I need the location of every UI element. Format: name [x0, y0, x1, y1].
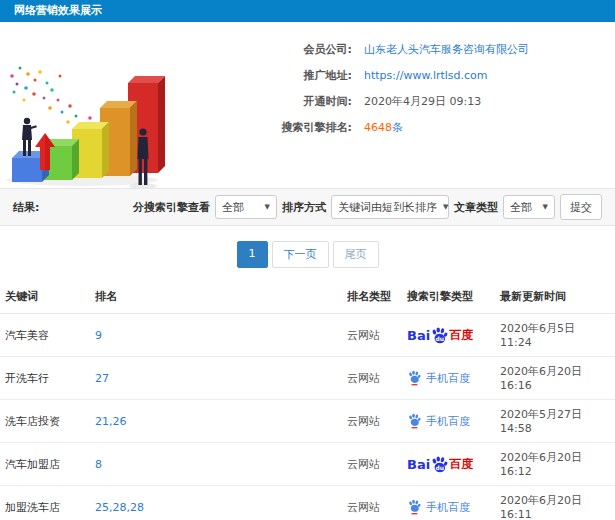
page-title: 网络营销效果展示 — [14, 4, 102, 17]
engine-view-selected: 全部 — [222, 200, 244, 215]
rank-cell[interactable]: 21,26 — [90, 400, 342, 443]
sort-select[interactable]: 关键词由短到长排序 ▼ — [331, 195, 449, 219]
keyword-cell: 开洗车行 — [0, 357, 90, 400]
header-updated: 最新更新时间 — [495, 280, 615, 314]
updated-cell: 2020年6月20日 16:16 — [495, 357, 615, 400]
baidu-logo: Baidu百度 — [407, 456, 490, 473]
engine-view-label: 分搜索引擎查看 — [133, 200, 210, 215]
rank-count-label: 搜索引擎排名: — [180, 120, 352, 135]
last-page-button[interactable]: 尾页 — [333, 241, 379, 268]
rank-cell[interactable]: 9 — [90, 314, 342, 357]
result-label: 结果: — [13, 200, 39, 215]
chevron-down-icon: ▼ — [265, 203, 270, 211]
chevron-down-icon: ▼ — [543, 203, 548, 211]
info-row-rank-count: 搜索引擎排名: 4648条 — [180, 114, 615, 140]
engine-cell: Baidu百度 — [402, 443, 495, 486]
info-row-company: 会员公司: 山东老人头汽车服务咨询有限公司 — [180, 36, 615, 62]
chevron-down-icon: ▼ — [443, 203, 448, 211]
rank-cell[interactable]: 25,28,28 — [90, 486, 342, 520]
promotion-url-label: 推广地址: — [180, 68, 352, 83]
engine-cell: 手机百度 — [402, 400, 495, 443]
page: 网络营销效果展示 — [0, 0, 615, 520]
header-bar: 网络营销效果展示 — [0, 0, 615, 22]
rank-type-cell: 云网站 — [342, 443, 402, 486]
table-row: 加盟洗车店 25,28,28 云网站 手机百度 2020年6月20日 16:11 — [0, 486, 615, 520]
updated-cell: 2020年5月27日 14:58 — [495, 400, 615, 443]
rank-type-cell: 云网站 — [342, 357, 402, 400]
engine-cell: 手机百度 — [402, 357, 495, 400]
baidu-paw-icon: du — [431, 456, 448, 473]
svg-text:du: du — [436, 335, 444, 342]
table-row: 洗车店投资 21,26 云网站 手机百度 2020年5月27日 14:58 — [0, 400, 615, 443]
svg-text:du: du — [436, 464, 444, 471]
mobile-baidu-logo: 手机百度 — [407, 413, 490, 429]
chart-illustration — [0, 28, 180, 188]
submit-button[interactable]: 提交 — [560, 194, 602, 220]
rank-count-value: 4648 — [364, 121, 392, 134]
baidu-paw-icon: du — [431, 327, 448, 344]
promotion-url-link[interactable]: https://www.lrtlsd.com — [364, 69, 488, 82]
article-type-label: 文章类型 — [454, 200, 498, 215]
article-type-select[interactable]: 全部 ▼ — [503, 195, 555, 219]
rank-cell[interactable]: 8 — [90, 443, 342, 486]
keyword-cell: 洗车店投资 — [0, 400, 90, 443]
rank-type-cell: 云网站 — [342, 400, 402, 443]
filter-bar: 结果: 分搜索引擎查看 全部 ▼ 排序方式 关键词由短到长排序 ▼ 文章类型 全… — [0, 188, 615, 226]
engine-cell: 手机百度 — [402, 486, 495, 520]
article-type-selected: 全部 — [510, 200, 532, 215]
rank-cell[interactable]: 27 — [90, 357, 342, 400]
ranking-table: 关键词 排名 排名类型 搜索引擎类型 最新更新时间 汽车美容 9 云网站 Bai… — [0, 280, 615, 520]
header-engine-type: 搜索引擎类型 — [402, 280, 495, 314]
keyword-cell: 汽车美容 — [0, 314, 90, 357]
info-row-url: 推广地址: https://www.lrtlsd.com — [180, 62, 615, 88]
company-name-link[interactable]: 山东老人头汽车服务咨询有限公司 — [364, 42, 529, 57]
businessman-left — [22, 118, 37, 156]
filter-controls: 分搜索引擎查看 全部 ▼ 排序方式 关键词由短到长排序 ▼ 文章类型 全部 ▼ … — [133, 194, 602, 220]
sort-selected: 关键词由短到长排序 — [338, 200, 437, 215]
page-1-button[interactable]: 1 — [237, 241, 268, 268]
updated-cell: 2020年6月20日 16:11 — [495, 486, 615, 520]
baidu-logo: Baidu百度 — [407, 327, 490, 344]
engine-view-select[interactable]: 全部 ▼ — [215, 195, 277, 219]
table-row: 开洗车行 27 云网站 手机百度 2020年6月20日 16:16 — [0, 357, 615, 400]
header-rank: 排名 — [90, 280, 342, 314]
rank-type-cell: 云网站 — [342, 314, 402, 357]
mobile-baidu-paw-icon — [408, 499, 421, 515]
top-section: 会员公司: 山东老人头汽车服务咨询有限公司 推广地址: https://www.… — [0, 22, 615, 188]
rank-count-unit: 条 — [392, 121, 403, 134]
mobile-baidu-paw-icon — [408, 370, 421, 386]
keyword-cell: 汽车加盟店 — [0, 443, 90, 486]
sort-label: 排序方式 — [282, 200, 326, 215]
updated-cell: 2020年6月20日 16:12 — [495, 443, 615, 486]
next-page-button[interactable]: 下一页 — [272, 241, 329, 268]
company-label: 会员公司: — [180, 42, 352, 57]
bar-chart-graphic-icon — [0, 28, 180, 188]
header-rank-type: 排名类型 — [342, 280, 402, 314]
rank-type-cell: 云网站 — [342, 486, 402, 520]
header-keyword: 关键词 — [0, 280, 90, 314]
table-header-row: 关键词 排名 排名类型 搜索引擎类型 最新更新时间 — [0, 280, 615, 314]
company-info-list: 会员公司: 山东老人头汽车服务咨询有限公司 推广地址: https://www.… — [180, 28, 615, 188]
pagination: 1 下一页 尾页 — [0, 226, 615, 280]
table-body: 汽车美容 9 云网站 Baidu百度 2020年6月5日 11:24 开洗车行 … — [0, 314, 615, 520]
mobile-baidu-logo: 手机百度 — [407, 370, 490, 386]
open-time-label: 开通时间: — [180, 94, 352, 109]
updated-cell: 2020年6月5日 11:24 — [495, 314, 615, 357]
engine-cell: Baidu百度 — [402, 314, 495, 357]
keyword-cell: 加盟洗车店 — [0, 486, 90, 520]
table-row: 汽车加盟店 8 云网站 Baidu百度 2020年6月20日 16:12 — [0, 443, 615, 486]
table-row: 汽车美容 9 云网站 Baidu百度 2020年6月5日 11:24 — [0, 314, 615, 357]
open-time-value: 2020年4月29日 09:13 — [364, 94, 481, 109]
mobile-baidu-logo: 手机百度 — [407, 499, 490, 515]
info-row-open-time: 开通时间: 2020年4月29日 09:13 — [180, 88, 615, 114]
mobile-baidu-paw-icon — [408, 413, 421, 429]
